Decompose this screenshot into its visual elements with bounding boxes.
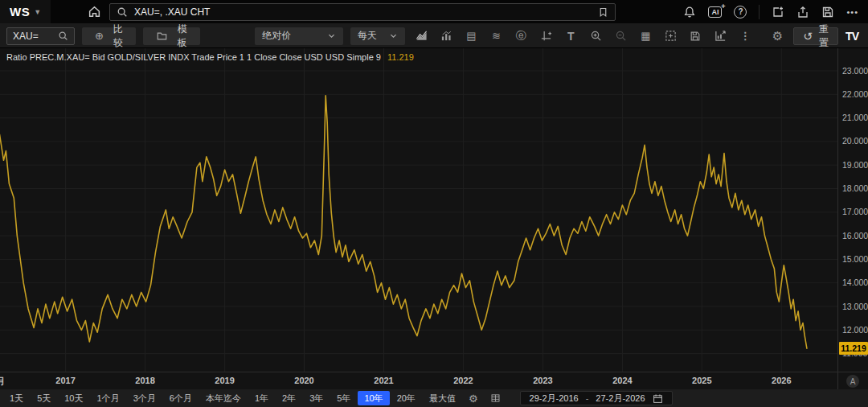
search-icon: [58, 31, 68, 41]
text-tool-icon[interactable]: T: [562, 27, 579, 45]
range-button-2年[interactable]: 2年: [276, 391, 302, 405]
auto-scale-badge[interactable]: A: [846, 375, 859, 388]
range-button-5年[interactable]: 5年: [330, 391, 357, 405]
interval-value: 每天: [358, 29, 377, 43]
price-mode-dropdown[interactable]: 绝对价: [255, 27, 343, 45]
more-options-icon[interactable]: •••: [846, 7, 858, 17]
grid-layout-icon[interactable]: ▦: [637, 27, 654, 45]
top-bar-actions: AI+ ? •••: [683, 5, 868, 19]
price-chart-svg[interactable]: [0, 48, 837, 372]
bar-chart-type-icon[interactable]: [437, 27, 455, 45]
bookmark-icon[interactable]: [598, 6, 608, 18]
x-axis-tick-label: 2019: [215, 376, 234, 385]
help-icon[interactable]: ?: [734, 6, 747, 18]
date-to: 27-2月-2026: [596, 393, 645, 405]
y-axis-tick-label: 14.000: [842, 278, 868, 287]
time-x-axis[interactable]: A 月2017201820192020202120222023202420252…: [0, 372, 868, 389]
date-from: 29-2月-2016: [530, 393, 579, 405]
y-axis-tick-label: 17.000: [842, 207, 868, 216]
save-chart-icon[interactable]: [686, 27, 704, 45]
workspace-logo-menu[interactable]: WS ▼: [0, 0, 51, 23]
area-chart-type-icon[interactable]: [412, 27, 430, 45]
chevron-down-icon: [327, 31, 336, 40]
price-mode-value: 绝对价: [262, 29, 291, 43]
y-axis-tick-label: 18.000: [842, 183, 868, 193]
x-axis-tick-label: 2023: [533, 376, 552, 385]
range-button-6个月[interactable]: 6个月: [163, 391, 199, 405]
share-icon[interactable]: [796, 6, 809, 18]
y-axis-tick-label: 19.000: [842, 160, 868, 170]
save-icon[interactable]: [821, 6, 834, 18]
calendar-icon: [653, 393, 663, 404]
range-button-最大值[interactable]: 最大值: [423, 391, 462, 405]
compare-button[interactable]: ⊕ 比较: [82, 27, 136, 45]
gear-icon[interactable]: ⚙: [768, 27, 786, 45]
top-bar: WS ▼ XAU=, .XAU CHT AI+ ? •••: [0, 0, 868, 24]
tradingview-logo[interactable]: TV: [845, 30, 862, 43]
home-icon[interactable]: [88, 5, 101, 18]
interval-dropdown[interactable]: 每天: [350, 27, 405, 45]
range-button-group: 1天5天10天1个月3个月6个月本年迄今1年2年3年5年10年20年最大值: [3, 391, 462, 405]
range-button-3年[interactable]: 3年: [303, 391, 330, 405]
template-button[interactable]: 模板: [143, 27, 200, 45]
ai-assistant-icon[interactable]: AI+: [708, 6, 722, 18]
x-axis-tick-label: 2026: [772, 376, 791, 385]
legend-text: Ratio PREC.M.XAU= Bid GOLD/SILVER INDX T…: [6, 52, 381, 62]
range-button-本年迄今[interactable]: 本年迄今: [199, 391, 248, 405]
zoom-in-icon[interactable]: [587, 27, 604, 45]
chart-area: Ratio PREC.M.XAU= Bid GOLD/SILVER INDX T…: [0, 48, 868, 372]
events-circled-e-icon[interactable]: ⓔ: [512, 27, 530, 45]
global-search-bar[interactable]: XAU=, .XAU CHT: [109, 3, 616, 21]
range-button-1天[interactable]: 1天: [3, 391, 30, 405]
waves-overlay-icon[interactable]: ≋: [487, 27, 505, 45]
x-axis-tick-label: 月: [0, 376, 5, 388]
zoom-out-icon[interactable]: [612, 27, 629, 45]
chart-legend[interactable]: Ratio PREC.M.XAU= Bid GOLD/SILVER INDX T…: [6, 52, 414, 62]
y-axis-tick-label: 22.000: [842, 89, 868, 99]
hamburger-menu-icon[interactable]: [62, 7, 76, 17]
expand-snapshot-icon[interactable]: [661, 27, 679, 45]
range-button-3个月[interactable]: 3个月: [127, 391, 162, 405]
template-label: 模板: [178, 23, 187, 50]
notifications-bell-icon[interactable]: [683, 6, 696, 18]
y-axis-tick-label: 20.000: [842, 136, 868, 146]
date-range-field[interactable]: 29-2月-2016 - 27-2月-2026: [520, 391, 673, 405]
price-line-series: [0, 96, 807, 348]
export-chart-icon[interactable]: [711, 27, 729, 45]
x-axis-tick-label: 2018: [135, 376, 154, 385]
kebab-menu-icon[interactable]: ⋮: [736, 27, 754, 45]
chevron-down-icon: [389, 31, 398, 40]
chart-plot[interactable]: Ratio PREC.M.XAU= Bid GOLD/SILVER INDX T…: [0, 48, 837, 372]
range-button-10天[interactable]: 10天: [58, 391, 89, 405]
chevron-down-icon: ▼: [34, 8, 41, 16]
axis-corner-divider: [837, 372, 838, 389]
y-axis-tick-label: 13.000: [842, 302, 868, 311]
reset-button[interactable]: ↺ 重置: [793, 27, 838, 45]
chart-toolbar: XAU= ⊕ 比较 模板 绝对价 每天 ▤ ≋ ⓔ T: [0, 24, 868, 48]
folder-icon: [156, 31, 168, 42]
range-button-10年[interactable]: 10年: [358, 391, 389, 405]
ws-logo: WS: [10, 5, 30, 18]
range-button-1年[interactable]: 1年: [248, 391, 275, 405]
y-axis-tick-label: 12.000: [842, 325, 868, 335]
search-icon: [117, 6, 128, 18]
x-axis-tick-label: 2017: [55, 376, 75, 385]
price-y-axis[interactable]: 23.00022.00021.00020.00019.00018.00017.0…: [837, 48, 868, 372]
x-axis-tick-label: 2020: [294, 376, 313, 385]
reset-arrow-icon: ↺: [803, 30, 813, 43]
symbol-value: XAU=: [13, 31, 39, 42]
range-button-5天[interactable]: 5天: [31, 391, 57, 405]
axis-crosshair-icon[interactable]: [537, 27, 555, 45]
range-button-20年[interactable]: 20年: [391, 391, 422, 405]
compare-label: 比较: [113, 23, 123, 50]
new-layout-icon[interactable]: [772, 6, 784, 18]
current-price-badge: 11.219: [839, 342, 868, 355]
symbol-input[interactable]: XAU=: [6, 27, 75, 45]
x-axis-tick-label: 2025: [692, 376, 711, 385]
range-button-1个月[interactable]: 1个月: [91, 391, 126, 405]
gear-icon[interactable]: ⚙: [463, 392, 484, 405]
interval-table-icon[interactable]: [485, 393, 506, 404]
y-axis-tick-label: 16.000: [842, 231, 868, 240]
y-axis-tick-label: 23.000: [842, 66, 868, 76]
stacked-rows-icon[interactable]: ▤: [462, 27, 480, 45]
